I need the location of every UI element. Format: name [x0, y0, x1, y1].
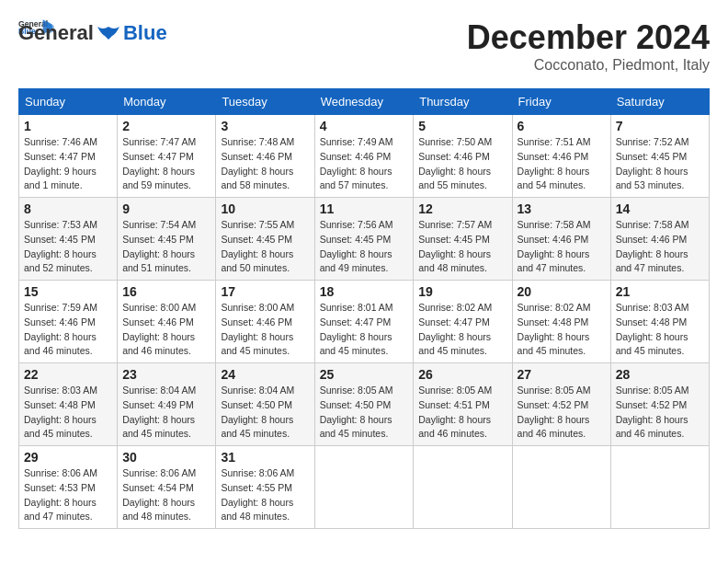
- day-info: Sunrise: 7:59 AMSunset: 4:46 PMDaylight:…: [24, 301, 112, 359]
- day-info: Sunrise: 7:57 AMSunset: 4:45 PMDaylight:…: [418, 218, 506, 276]
- day-info: Sunrise: 8:02 AMSunset: 4:48 PMDaylight:…: [518, 301, 606, 359]
- logo-general-text: General: [18, 22, 94, 44]
- day-number: 15: [24, 284, 112, 299]
- day-info: Sunrise: 7:46 AMSunset: 4:47 PMDaylight:…: [24, 135, 112, 193]
- day-info: Sunrise: 8:04 AMSunset: 4:50 PMDaylight:…: [221, 384, 309, 442]
- day-number: 6: [518, 119, 606, 133]
- calendar-cell: 8Sunrise: 7:53 AMSunset: 4:45 PMDaylight…: [19, 198, 118, 281]
- day-number: 14: [616, 201, 704, 216]
- day-number: 12: [418, 201, 506, 216]
- calendar-cell: 18Sunrise: 8:01 AMSunset: 4:47 PMDayligh…: [314, 281, 414, 363]
- calendar-week-3: 15Sunrise: 7:59 AMSunset: 4:46 PMDayligh…: [19, 281, 710, 363]
- day-number: 30: [122, 450, 210, 465]
- calendar-header-tuesday: Tuesday: [216, 89, 314, 115]
- day-number: 17: [221, 284, 309, 299]
- header: General Blue General Blue December 2024 …: [18, 18, 710, 74]
- day-number: 16: [122, 284, 210, 299]
- day-number: 24: [221, 367, 309, 382]
- day-number: 8: [24, 201, 112, 216]
- day-number: 18: [320, 284, 409, 299]
- day-info: Sunrise: 8:06 AMSunset: 4:53 PMDaylight:…: [24, 466, 112, 524]
- day-info: Sunrise: 7:55 AMSunset: 4:45 PMDaylight:…: [221, 218, 309, 276]
- calendar-cell: 26Sunrise: 8:05 AMSunset: 4:51 PMDayligh…: [414, 363, 512, 446]
- day-info: Sunrise: 7:50 AMSunset: 4:46 PMDaylight:…: [418, 135, 506, 193]
- calendar-cell: [512, 446, 610, 529]
- calendar-cell: 31Sunrise: 8:06 AMSunset: 4:55 PMDayligh…: [216, 446, 314, 529]
- day-info: Sunrise: 7:47 AMSunset: 4:47 PMDaylight:…: [122, 135, 210, 193]
- logo-bird-icon: [96, 25, 121, 41]
- day-number: 9: [122, 201, 210, 216]
- calendar-cell: 13Sunrise: 7:58 AMSunset: 4:46 PMDayligh…: [512, 198, 610, 281]
- day-number: 3: [221, 119, 309, 133]
- calendar-week-5: 29Sunrise: 8:06 AMSunset: 4:53 PMDayligh…: [19, 446, 710, 529]
- day-number: 31: [221, 450, 309, 465]
- day-number: 21: [616, 284, 704, 299]
- calendar-header-thursday: Thursday: [414, 89, 512, 115]
- day-info: Sunrise: 8:03 AMSunset: 4:48 PMDaylight:…: [24, 384, 112, 442]
- title-section: December 2024 Cocconato, Piedmont, Italy: [467, 18, 710, 74]
- calendar-week-2: 8Sunrise: 7:53 AMSunset: 4:45 PMDaylight…: [19, 198, 710, 281]
- day-info: Sunrise: 8:02 AMSunset: 4:47 PMDaylight:…: [418, 301, 506, 359]
- calendar-cell: 1Sunrise: 7:46 AMSunset: 4:47 PMDaylight…: [19, 115, 118, 198]
- day-number: 20: [518, 284, 606, 299]
- calendar-cell: 22Sunrise: 8:03 AMSunset: 4:48 PMDayligh…: [19, 363, 118, 446]
- calendar-cell: 5Sunrise: 7:50 AMSunset: 4:46 PMDaylight…: [414, 115, 512, 198]
- day-number: 7: [616, 119, 704, 133]
- calendar-header-monday: Monday: [118, 89, 216, 115]
- day-number: 10: [221, 201, 309, 216]
- day-info: Sunrise: 8:01 AMSunset: 4:47 PMDaylight:…: [320, 301, 409, 359]
- location: Cocconato, Piedmont, Italy: [467, 57, 710, 74]
- day-number: 22: [24, 367, 112, 382]
- calendar-cell: 17Sunrise: 8:00 AMSunset: 4:46 PMDayligh…: [216, 281, 314, 363]
- calendar-header-saturday: Saturday: [610, 89, 709, 115]
- calendar-cell: 25Sunrise: 8:05 AMSunset: 4:50 PMDayligh…: [314, 363, 414, 446]
- day-number: 13: [518, 201, 606, 216]
- calendar-cell: 19Sunrise: 8:02 AMSunset: 4:47 PMDayligh…: [414, 281, 512, 363]
- calendar-cell: 30Sunrise: 8:06 AMSunset: 4:54 PMDayligh…: [118, 446, 216, 529]
- day-info: Sunrise: 8:04 AMSunset: 4:49 PMDaylight:…: [122, 384, 210, 442]
- calendar-cell: 24Sunrise: 8:04 AMSunset: 4:50 PMDayligh…: [216, 363, 314, 446]
- day-number: 29: [24, 450, 112, 465]
- day-info: Sunrise: 8:00 AMSunset: 4:46 PMDaylight:…: [122, 301, 210, 359]
- day-number: 27: [518, 367, 606, 382]
- calendar-header-friday: Friday: [512, 89, 610, 115]
- calendar-table: SundayMondayTuesdayWednesdayThursdayFrid…: [18, 88, 710, 529]
- day-number: 5: [418, 119, 506, 133]
- day-info: Sunrise: 7:51 AMSunset: 4:46 PMDaylight:…: [518, 135, 606, 193]
- day-number: 23: [122, 367, 210, 382]
- day-info: Sunrise: 7:58 AMSunset: 4:46 PMDaylight:…: [616, 218, 704, 276]
- day-info: Sunrise: 8:05 AMSunset: 4:52 PMDaylight:…: [518, 384, 606, 442]
- calendar-header-row: SundayMondayTuesdayWednesdayThursdayFrid…: [19, 89, 710, 115]
- day-info: Sunrise: 8:05 AMSunset: 4:52 PMDaylight:…: [616, 384, 704, 442]
- calendar-cell: [414, 446, 512, 529]
- day-info: Sunrise: 8:05 AMSunset: 4:51 PMDaylight:…: [418, 384, 506, 442]
- calendar-cell: 20Sunrise: 8:02 AMSunset: 4:48 PMDayligh…: [512, 281, 610, 363]
- calendar-cell: 11Sunrise: 7:56 AMSunset: 4:45 PMDayligh…: [314, 198, 414, 281]
- calendar-cell: 9Sunrise: 7:54 AMSunset: 4:45 PMDaylight…: [118, 198, 216, 281]
- day-number: 19: [418, 284, 506, 299]
- calendar-cell: 10Sunrise: 7:55 AMSunset: 4:45 PMDayligh…: [216, 198, 314, 281]
- calendar-cell: 12Sunrise: 7:57 AMSunset: 4:45 PMDayligh…: [414, 198, 512, 281]
- day-info: Sunrise: 8:05 AMSunset: 4:50 PMDaylight:…: [320, 384, 409, 442]
- calendar-header-wednesday: Wednesday: [314, 89, 414, 115]
- calendar-cell: 28Sunrise: 8:05 AMSunset: 4:52 PMDayligh…: [610, 363, 709, 446]
- day-number: 4: [320, 119, 409, 133]
- calendar-cell: 2Sunrise: 7:47 AMSunset: 4:47 PMDaylight…: [118, 115, 216, 198]
- day-info: Sunrise: 8:06 AMSunset: 4:54 PMDaylight:…: [122, 466, 210, 524]
- day-number: 11: [320, 201, 409, 216]
- day-info: Sunrise: 7:54 AMSunset: 4:45 PMDaylight:…: [122, 218, 210, 276]
- day-info: Sunrise: 7:53 AMSunset: 4:45 PMDaylight:…: [24, 218, 112, 276]
- calendar-week-1: 1Sunrise: 7:46 AMSunset: 4:47 PMDaylight…: [19, 115, 710, 198]
- day-info: Sunrise: 7:56 AMSunset: 4:45 PMDaylight:…: [320, 218, 409, 276]
- calendar-cell: 3Sunrise: 7:48 AMSunset: 4:46 PMDaylight…: [216, 115, 314, 198]
- calendar-cell: 16Sunrise: 8:00 AMSunset: 4:46 PMDayligh…: [118, 281, 216, 363]
- day-info: Sunrise: 8:03 AMSunset: 4:48 PMDaylight:…: [616, 301, 704, 359]
- day-info: Sunrise: 7:58 AMSunset: 4:46 PMDaylight:…: [518, 218, 606, 276]
- calendar-cell: 14Sunrise: 7:58 AMSunset: 4:46 PMDayligh…: [610, 198, 709, 281]
- day-number: 1: [24, 119, 112, 133]
- calendar-cell: 4Sunrise: 7:49 AMSunset: 4:46 PMDaylight…: [314, 115, 414, 198]
- day-info: Sunrise: 8:06 AMSunset: 4:55 PMDaylight:…: [221, 466, 309, 524]
- calendar-header-sunday: Sunday: [19, 89, 118, 115]
- calendar-cell: 6Sunrise: 7:51 AMSunset: 4:46 PMDaylight…: [512, 115, 610, 198]
- logo-blue-text: Blue: [123, 22, 167, 44]
